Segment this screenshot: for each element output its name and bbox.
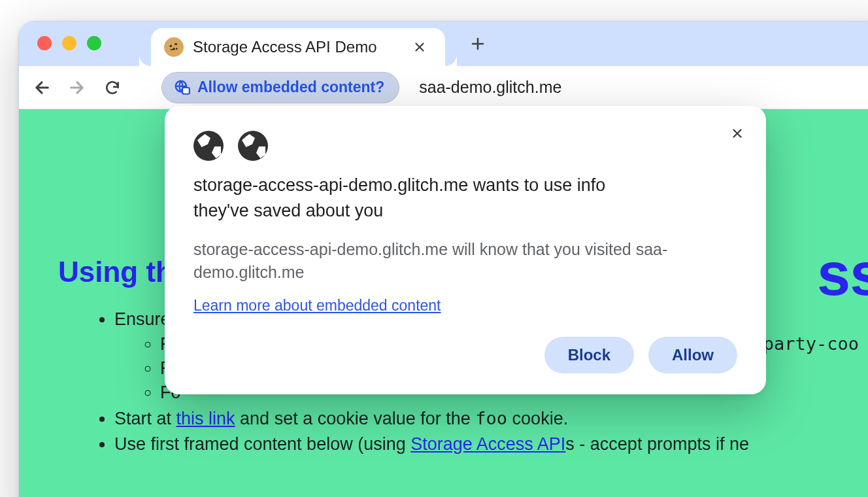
- allow-button[interactable]: Allow: [648, 337, 737, 373]
- list-item-text: Use first framed content below (using: [114, 434, 410, 454]
- reload-icon: [104, 79, 121, 96]
- globe-icon: [193, 131, 224, 161]
- plus-icon: [470, 36, 486, 52]
- embed-icon: [174, 79, 191, 96]
- list-item-text: Start at: [114, 409, 176, 428]
- this-link[interactable]: this link: [176, 409, 235, 428]
- svg-rect-1: [182, 88, 190, 94]
- new-tab-button[interactable]: [463, 29, 492, 58]
- back-button[interactable]: [27, 73, 57, 103]
- close-window-button[interactable]: [37, 36, 52, 50]
- list-item: Use first framed content below (using St…: [114, 434, 867, 454]
- close-icon: [730, 126, 744, 141]
- permission-popover: storage-access-api-demo.glitch.me wants …: [165, 106, 766, 394]
- popover-title: storage-access-api-demo.glitch.me wants …: [193, 173, 651, 224]
- cookie-icon: [164, 37, 184, 57]
- list-item-text: and set a cookie value for the: [235, 409, 476, 428]
- list-item-text: s - accept prompts if ne: [565, 434, 749, 454]
- learn-more-link[interactable]: Learn more about embedded content: [193, 297, 441, 315]
- window-controls: [19, 22, 101, 50]
- list-item-code: -party-coo: [753, 334, 860, 354]
- permission-chip-label: Allow embedded content?: [197, 78, 384, 96]
- tab-active[interactable]: Storage Access API Demo: [151, 28, 445, 66]
- block-button[interactable]: Block: [544, 337, 634, 373]
- permission-chip[interactable]: Allow embedded content?: [161, 72, 399, 103]
- arrow-right-icon: [68, 78, 86, 97]
- popover-description: storage-access-api-demo.glitch.me will k…: [193, 238, 703, 284]
- reload-button[interactable]: [97, 73, 127, 103]
- popover-origin-icons: [193, 131, 737, 161]
- arrow-left-icon: [33, 78, 51, 97]
- forward-button[interactable]: [62, 73, 92, 103]
- popover-close-button[interactable]: [724, 120, 750, 146]
- list-item-code: foo: [475, 408, 507, 428]
- tab-strip: Storage Access API Demo: [19, 22, 868, 66]
- list-item: Start at this link and set a cookie valu…: [114, 408, 867, 429]
- tab-title: Storage Access API Demo: [193, 38, 376, 56]
- toolbar: Allow embedded content? saa-demo.glitch.…: [19, 66, 868, 109]
- tab-close-button[interactable]: [407, 35, 432, 60]
- minimize-window-button[interactable]: [62, 36, 76, 50]
- globe-icon: [238, 131, 268, 161]
- list-item-text: Ensure: [114, 309, 171, 329]
- maximize-window-button[interactable]: [87, 36, 101, 50]
- list-item-text: cookie.: [507, 409, 568, 428]
- url-display[interactable]: saa-demo.glitch.me: [419, 78, 561, 97]
- storage-access-api-link[interactable]: Storage Access API: [410, 434, 565, 454]
- hero-overflow-text: ss A: [817, 240, 868, 309]
- close-icon: [412, 40, 427, 54]
